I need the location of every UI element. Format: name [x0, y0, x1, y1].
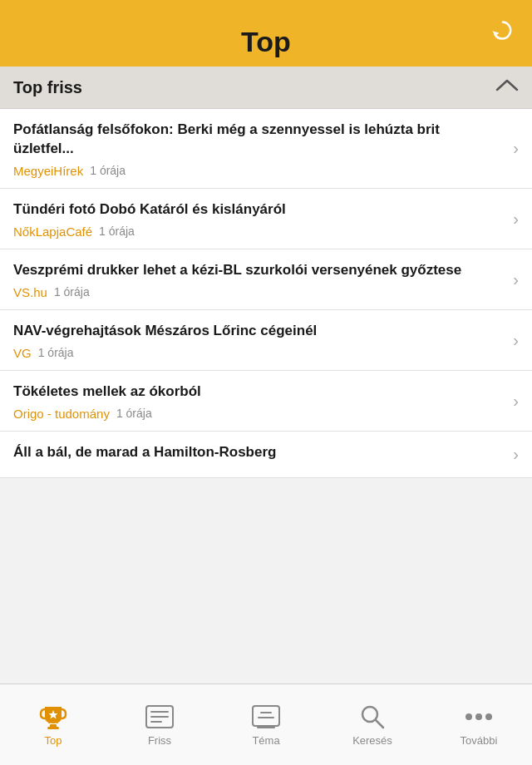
item-chevron: ›: [513, 391, 519, 410]
news-title: Áll a bál, de marad a Hamilton-Rosberg: [13, 443, 490, 462]
trophy-icon: [37, 703, 69, 731]
svg-rect-1: [47, 727, 59, 729]
item-chevron: ›: [513, 330, 519, 349]
news-item[interactable]: Tündéri fotó Dobó Katáról és kislányáról…: [0, 189, 532, 249]
item-chevron: ›: [513, 209, 519, 228]
news-source: NőkLapjaCafé: [13, 225, 92, 239]
item-chevron: ›: [513, 139, 519, 158]
news-title: NAV-végrehajtások Mészáros Lőrinc cégein…: [13, 322, 490, 341]
news-list: Pofátlanság felsőfokon: Berki még a szen…: [0, 109, 532, 478]
section-header[interactable]: Top friss: [0, 67, 532, 109]
svg-point-13: [475, 713, 482, 720]
nav-item-tovabbi[interactable]: További: [426, 703, 532, 747]
news-title: Tökéletes mellek az ókorból: [13, 382, 490, 402]
news-title: Tündéri fotó Dobó Katáról és kislányáról: [13, 200, 490, 220]
news-meta: MegyeiHírek 1 órája: [13, 164, 490, 178]
news-source: MegyeiHírek: [13, 164, 83, 178]
news-item[interactable]: Pofátlanság felsőfokon: Berki még a szen…: [0, 109, 532, 189]
collapse-chevron[interactable]: [495, 76, 519, 98]
nav-item-friss[interactable]: Friss: [106, 703, 213, 747]
news-item[interactable]: NAV-végrehajtások Mészáros Lőrinc cégein…: [0, 310, 532, 371]
news-time: 1 órája: [54, 285, 90, 299]
nav-item-kereses[interactable]: Keresés: [319, 703, 426, 747]
nav-label-friss: Friss: [148, 734, 171, 747]
news-time: 1 órája: [90, 164, 126, 177]
nav-label-top: Top: [45, 734, 62, 747]
news-source: VG: [13, 346, 32, 360]
svg-rect-7: [257, 726, 275, 728]
nav-item-top[interactable]: Top: [0, 703, 106, 747]
news-title: Veszprémi drukker lehet a kézi-BL szurko…: [13, 261, 490, 280]
nav-label-kereses: Keresés: [352, 734, 392, 747]
nav-label-tema: Téma: [252, 734, 279, 747]
svg-rect-6: [253, 706, 279, 726]
news-meta: VS.hu 1 órája: [13, 285, 490, 299]
news-title: Pofátlanság felsőfokon: Berki még a szen…: [13, 121, 490, 159]
svg-point-14: [485, 713, 492, 720]
section-title: Top friss: [13, 78, 82, 97]
news-meta: VG 1 órája: [13, 346, 490, 360]
content-area: Top friss Pofátlanság felsőfokon: Berki …: [0, 67, 532, 684]
news-time: 1 órája: [116, 407, 152, 420]
refresh-button[interactable]: [490, 18, 515, 49]
news-item[interactable]: Tökéletes mellek az ókorból Origo - tudo…: [0, 371, 532, 432]
news-meta: Origo - tudomány 1 órája: [13, 407, 490, 421]
news-time: 1 órája: [38, 346, 74, 359]
friss-icon: [144, 703, 175, 731]
item-chevron: ›: [513, 269, 519, 289]
nav-item-tema[interactable]: Téma: [213, 703, 319, 747]
more-icon: [463, 703, 495, 731]
item-chevron: ›: [513, 445, 519, 464]
news-time: 1 órája: [99, 225, 135, 238]
news-source: VS.hu: [13, 285, 47, 299]
news-meta: NőkLapjaCafé 1 órája: [13, 225, 490, 239]
page-title: Top: [241, 26, 291, 58]
nav-label-tovabbi: További: [461, 734, 498, 747]
app-header: Top: [0, 0, 532, 67]
news-item[interactable]: Áll a bál, de marad a Hamilton-Rosberg ›: [0, 432, 532, 478]
news-item[interactable]: Veszprémi drukker lehet a kézi-BL szurko…: [0, 249, 532, 310]
svg-point-12: [466, 713, 472, 720]
bottom-navigation: Top Friss Téma: [0, 684, 532, 765]
svg-line-11: [376, 720, 383, 728]
news-source: Origo - tudomány: [13, 407, 110, 421]
search-icon: [357, 703, 388, 731]
tema-icon: [250, 703, 282, 731]
